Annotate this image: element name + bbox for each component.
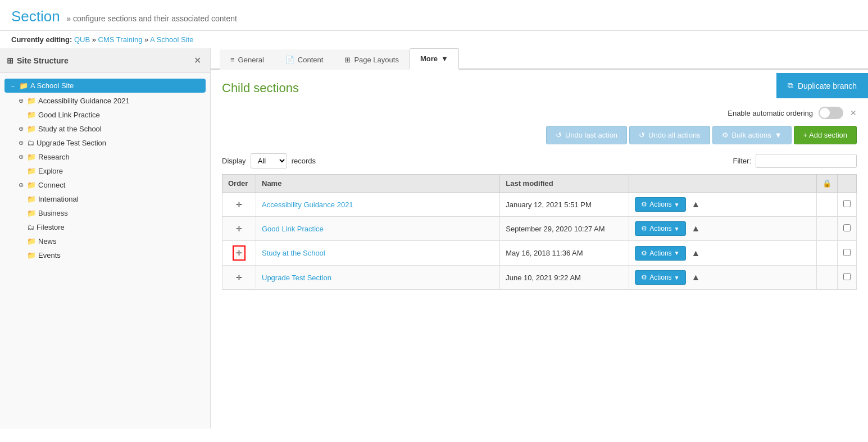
top-right-area: ⧉ Duplicate branch (776, 73, 868, 98)
auto-order-label: Enable automatic ordering (728, 109, 813, 117)
drag-handle-2[interactable]: ✛ (233, 245, 246, 261)
sidebar-header: ⊞ Site Structure ✕ (0, 48, 210, 73)
sidebar-label-events: Events (38, 251, 61, 259)
bulk-actions-label: Bulk actions (732, 131, 771, 139)
row-checkbox-1[interactable] (843, 224, 851, 231)
filter-right: Filter: (733, 154, 857, 168)
toggle-study[interactable]: ⊕ (17, 125, 25, 133)
sidebar-item-a-school-site[interactable]: − 📁 A School Site (4, 79, 206, 93)
check-cell-2 (838, 241, 857, 266)
sidebar-item-study[interactable]: ⊕ 📁 Study at the School (10, 122, 210, 136)
sidebar-title: ⊞ Site Structure (7, 56, 69, 65)
sidebar-item-accessibility[interactable]: ⊕ 📁 Accessibility Guidance 2021 (10, 94, 210, 108)
tab-general[interactable]: ≡ General (220, 49, 275, 70)
tab-page-layouts[interactable]: ⊞ Page Layouts (334, 49, 410, 70)
breadcrumb-qub[interactable]: QUB (74, 35, 90, 44)
tab-content[interactable]: 📄 Content (275, 49, 334, 70)
th-actions (629, 175, 817, 193)
toggle-research[interactable]: ⊕ (17, 153, 25, 161)
action-buttons-row: ↺ Undo last action ↺ Undo all actions ⚙ … (222, 126, 857, 144)
gear-icon-3: ⚙ (641, 274, 647, 281)
move-up-button-3[interactable]: ▲ (689, 271, 703, 284)
row-checkbox-3[interactable] (843, 273, 851, 280)
toggle-upgrade[interactable]: ⊕ (17, 139, 25, 147)
auto-order-toggle[interactable] (819, 107, 843, 119)
move-up-button-2[interactable]: ▲ (689, 247, 703, 259)
page-subtitle: » configure sections and their associate… (66, 14, 237, 23)
section-name-link-3[interactable]: Upgrade Test Section (262, 274, 331, 282)
sidebar-item-research[interactable]: ⊕ 📁 Research (10, 150, 210, 164)
folder-icon-good-link: 📁 (27, 111, 36, 119)
display-select[interactable]: All 10 25 50 (251, 153, 287, 168)
name-cell-1: Good Link Practice (256, 217, 500, 241)
lock-cell-0 (817, 193, 838, 217)
more-dropdown-icon: ▼ (441, 54, 448, 63)
toggle-connect[interactable]: ⊕ (17, 181, 25, 189)
add-section-button[interactable]: + Add section (794, 126, 857, 144)
sidebar-item-events[interactable]: · 📁 Events (10, 248, 210, 262)
move-up-button-0[interactable]: ▲ (689, 198, 703, 211)
lock-cell-3 (817, 266, 838, 290)
display-label: Display (222, 157, 246, 165)
check-cell-0 (838, 193, 857, 217)
actions-cell-0: ⚙ Actions ▼ ▲ (629, 193, 817, 217)
toggle-accessibility[interactable]: ⊕ (17, 97, 25, 104)
actions-caret-2: ▼ (674, 250, 680, 256)
folder-icon-research: 📁 (27, 153, 36, 161)
tab-more[interactable]: More ▼ (410, 48, 459, 70)
section-name-link-2[interactable]: Study at the School (262, 249, 325, 257)
breadcrumb-cms[interactable]: CMS Training (98, 35, 143, 44)
move-up-button-1[interactable]: ▲ (689, 222, 703, 235)
order-cell-3: ✛ (222, 266, 256, 290)
actions-button-2[interactable]: ⚙ Actions ▼ (635, 246, 685, 261)
sidebar-item-international[interactable]: · 📁 International (10, 192, 210, 206)
sidebar-close-button[interactable]: ✕ (192, 54, 203, 67)
row-checkbox-0[interactable] (843, 200, 851, 207)
sidebar-label-international: International (38, 195, 79, 203)
section-name-link-1[interactable]: Good Link Practice (262, 225, 324, 233)
sidebar-label-connect: Connect (38, 181, 65, 189)
lock-cell-1 (817, 217, 838, 241)
actions-button-0[interactable]: ⚙ Actions ▼ (635, 197, 685, 212)
site-structure-icon: ⊞ (7, 56, 13, 65)
table-row: ✛ Upgrade Test Section June 10, 2021 9:2… (222, 266, 857, 290)
main-layout: ⊞ Site Structure ✕ − 📁 A School Site ⊕ 📁… (0, 48, 868, 429)
row-checkbox-2[interactable] (843, 249, 851, 256)
page-title: Section (11, 8, 60, 25)
sidebar-item-connect[interactable]: ⊕ 📁 Connect (10, 178, 210, 192)
filter-input[interactable] (756, 154, 857, 168)
sidebar-item-good-link[interactable]: · 📁 Good Link Practice (10, 108, 210, 122)
sidebar-item-explore[interactable]: · 📁 Explore (10, 164, 210, 178)
breadcrumb-school[interactable]: A School Site (150, 35, 193, 44)
sidebar-item-news[interactable]: · 📁 News (10, 234, 210, 248)
table-row: ✛ Accessibility Guidance 2021 January 12… (222, 193, 857, 217)
folder-icon-filestore: 🗂 (27, 223, 34, 231)
actions-button-1[interactable]: ⚙ Actions ▼ (635, 221, 685, 236)
th-name: Name (256, 175, 500, 193)
check-cell-1 (838, 217, 857, 241)
order-cell-0: ✛ (222, 193, 256, 217)
toggle-knob (820, 108, 830, 118)
sidebar-label-research: Research (38, 153, 70, 161)
auto-order-row: Enable automatic ordering ✕ (222, 107, 857, 119)
drag-handle-3[interactable]: ✛ (236, 274, 242, 282)
actions-cell-3: ⚙ Actions ▼ ▲ (629, 266, 817, 290)
undo-all-actions-button[interactable]: ↺ Undo all actions (629, 126, 710, 144)
section-name-link-0[interactable]: Accessibility Guidance 2021 (262, 201, 353, 209)
sidebar-item-business[interactable]: · 📁 Business (10, 206, 210, 220)
drag-handle-0[interactable]: ✛ (236, 201, 242, 209)
toggle-icon-school[interactable]: − (9, 83, 17, 89)
undo-last-action-button[interactable]: ↺ Undo last action (546, 126, 627, 144)
breadcrumb-label: Currently editing: (11, 35, 72, 44)
bulk-actions-button[interactable]: ⚙ Bulk actions ▼ (712, 126, 792, 144)
child-sections-title: Child sections (222, 81, 857, 95)
sidebar-item-filestore[interactable]: · 🗂 Filestore (10, 220, 210, 234)
folder-icon-international: 📁 (27, 195, 36, 203)
tab-page-layouts-label: Page Layouts (354, 56, 399, 64)
th-lock: 🔒 (817, 175, 838, 193)
sidebar-item-upgrade[interactable]: ⊕ 🗂 Upgrade Test Section (10, 136, 210, 150)
actions-button-3[interactable]: ⚙ Actions ▼ (635, 270, 685, 285)
tabs-bar: ≡ General 📄 Content ⊞ Page Layouts More … (211, 48, 868, 70)
duplicate-branch-button[interactable]: ⧉ Duplicate branch (776, 73, 868, 98)
drag-handle-1[interactable]: ✛ (236, 225, 242, 233)
